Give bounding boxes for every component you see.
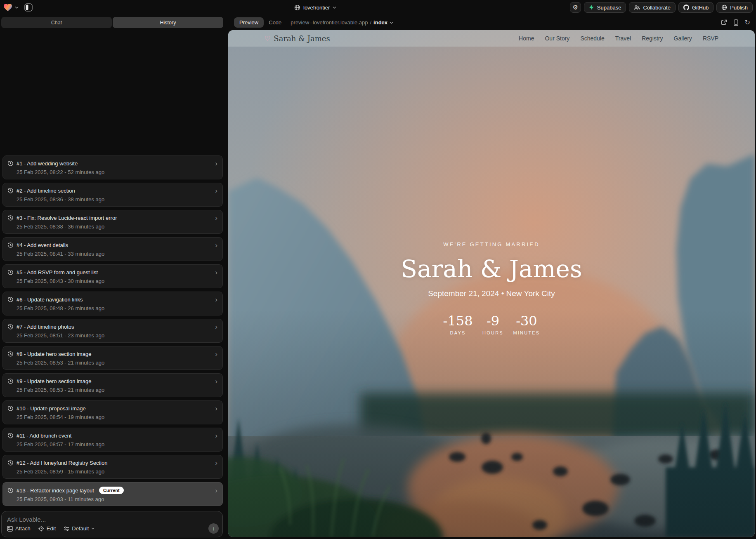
app-topbar: lovefrontier ⚙ Supabase Collaborate xyxy=(0,0,756,15)
project-switcher[interactable]: lovefrontier xyxy=(294,0,336,15)
tab-preview[interactable]: Preview xyxy=(234,17,264,28)
edit-select-button[interactable]: Edit xyxy=(38,525,56,532)
site-nav-link[interactable]: RSVP xyxy=(703,35,718,42)
history-item-timestamp: 25 Feb 2025, 08:51 - 23 minutes ago xyxy=(17,332,217,339)
site-preview-frame: ♡ Sarah & James Home Our Story Schedule … xyxy=(228,30,755,537)
chevron-right-icon: › xyxy=(215,378,217,385)
history-item[interactable]: #10 - Update proposal image › 25 Feb 202… xyxy=(2,400,223,424)
sidebar-toggle-button[interactable] xyxy=(24,3,33,12)
site-nav-link[interactable]: Schedule xyxy=(580,35,604,42)
history-item-title: #4 - Add event details xyxy=(17,242,68,248)
supabase-button[interactable]: Supabase xyxy=(584,2,626,13)
history-restore-icon xyxy=(8,379,13,384)
site-nav-link[interactable]: Registry xyxy=(642,35,663,42)
chevron-right-icon: › xyxy=(215,296,217,303)
current-badge: Current xyxy=(99,487,124,494)
hero-date-location: September 21, 2024 • New York City xyxy=(228,289,755,298)
history-item[interactable]: #8 - Update hero section image › 25 Feb … xyxy=(2,346,223,370)
send-button[interactable]: ↑ xyxy=(208,523,219,534)
chevron-right-icon: › xyxy=(215,405,217,412)
open-external-icon[interactable] xyxy=(721,19,727,26)
history-item-title: #10 - Update proposal image xyxy=(17,405,86,412)
project-name: lovefrontier xyxy=(303,5,330,11)
chevron-right-icon: › xyxy=(215,323,217,330)
history-restore-icon xyxy=(8,324,13,330)
chat-sidebar: Chat History #1 - Add wedding website › xyxy=(0,15,225,539)
history-item-timestamp: 25 Feb 2025, 08:38 - 36 minutes ago xyxy=(17,224,217,230)
countdown-label: DAYS xyxy=(443,330,473,335)
history-item[interactable]: #9 - Update hero section image › 25 Feb … xyxy=(2,373,223,397)
history-restore-icon xyxy=(8,433,13,438)
history-item[interactable]: #6 - Update navigation links › 25 Feb 20… xyxy=(2,292,223,315)
logo-chevron-down-icon[interactable] xyxy=(15,6,19,9)
history-restore-icon xyxy=(8,161,13,166)
site-nav-link[interactable]: Our Story xyxy=(545,35,569,42)
site-nav-link[interactable]: Home xyxy=(519,35,534,42)
supabase-icon xyxy=(589,5,594,10)
chevron-right-icon: › xyxy=(215,351,217,358)
attach-button[interactable]: Attach xyxy=(7,525,31,532)
history-restore-icon xyxy=(8,460,13,466)
preview-toolbar: Preview Code preview--lovefrontier.lovab… xyxy=(225,15,756,30)
preview-url-selector[interactable]: preview--lovefrontier.lovable.app / inde… xyxy=(291,19,393,26)
attach-image-icon xyxy=(7,526,13,532)
countdown-value: -158 xyxy=(443,313,473,329)
hero-title: Sarah & James xyxy=(228,255,755,283)
project-globe-icon xyxy=(294,5,300,11)
history-item[interactable]: #5 - Add RSVP form and guest list › 25 F… xyxy=(2,264,223,288)
github-button[interactable]: GitHub xyxy=(678,2,713,13)
chevron-right-icon: › xyxy=(215,160,217,167)
gear-icon: ⚙ xyxy=(573,4,578,11)
preview-url: preview--lovefrontier.lovable.app xyxy=(291,19,368,26)
tab-chat[interactable]: Chat xyxy=(1,17,112,28)
refresh-icon[interactable]: ↻ xyxy=(745,19,750,26)
site-nav-link[interactable]: Gallery xyxy=(674,35,692,42)
chevron-right-icon: › xyxy=(215,269,217,276)
site-header: ♡ Sarah & James Home Our Story Schedule … xyxy=(228,30,755,47)
chevron-right-icon: › xyxy=(215,187,217,194)
history-item[interactable]: #13 - Refactor index page layout Current… xyxy=(2,482,223,506)
history-item[interactable]: #3 - Fix: Resolve Lucide-react import er… xyxy=(2,210,223,234)
countdown-unit: -9 HOURS xyxy=(481,313,505,335)
tab-code[interactable]: Code xyxy=(269,19,281,26)
history-item[interactable]: #12 - Add Honeyfund Registry Section › 2… xyxy=(2,455,223,479)
countdown: -158 DAYS -9 HOURS -30 MINUTES xyxy=(228,313,755,335)
history-restore-icon xyxy=(8,488,13,493)
site-nav-link[interactable]: Travel xyxy=(615,35,631,42)
publish-button[interactable]: Publish xyxy=(716,2,753,13)
chevron-right-icon: › xyxy=(215,432,217,439)
history-item-title: #11 - Add brunch event xyxy=(17,433,71,439)
history-item[interactable]: #11 - Add brunch event › 25 Feb 2025, 08… xyxy=(2,428,223,452)
history-item[interactable]: #7 - Add timeline photos › 25 Feb 2025, … xyxy=(2,319,223,343)
history-list: #1 - Add wedding website › 25 Feb 2025, … xyxy=(2,155,223,506)
preview-pane: Preview Code preview--lovefrontier.lovab… xyxy=(225,15,756,539)
history-item-title: #6 - Update navigation links xyxy=(17,297,83,303)
prompt-input[interactable]: Ask Lovable... xyxy=(7,516,46,523)
history-item[interactable]: #2 - Add timeline section › 25 Feb 2025,… xyxy=(2,183,223,207)
history-item-title: #13 - Refactor index page layout xyxy=(17,487,94,494)
history-item-timestamp: 25 Feb 2025, 08:22 - 52 minutes ago xyxy=(17,169,217,175)
history-item-title: #12 - Add Honeyfund Registry Section xyxy=(17,460,107,466)
history-item-timestamp: 25 Feb 2025, 09:03 - 11 minutes ago xyxy=(17,496,217,502)
history-item-timestamp: 25 Feb 2025, 08:59 - 15 minutes ago xyxy=(17,468,217,475)
prompt-composer[interactable]: Ask Lovable... Attach xyxy=(1,511,223,537)
site-brand[interactable]: ♡ Sarah & James xyxy=(265,34,330,43)
history-restore-icon xyxy=(8,270,13,275)
history-item[interactable]: #1 - Add wedding website › 25 Feb 2025, … xyxy=(2,155,223,179)
lovable-logo-icon[interactable] xyxy=(3,3,12,12)
mode-selector[interactable]: Default xyxy=(64,525,94,532)
preview-route: index xyxy=(373,19,387,26)
mobile-view-icon[interactable] xyxy=(734,19,738,26)
history-item-timestamp: 25 Feb 2025, 08:43 - 30 minutes ago xyxy=(17,278,217,284)
settings-button[interactable]: ⚙ xyxy=(570,2,581,13)
arrow-up-icon: ↑ xyxy=(212,525,215,532)
history-item-title: #2 - Add timeline section xyxy=(17,188,75,194)
hero-eyebrow: WE'RE GETTING MARRIED xyxy=(228,241,755,247)
history-item[interactable]: #4 - Add event details › 25 Feb 2025, 08… xyxy=(2,237,223,261)
history-item-title: #5 - Add RSVP form and guest list xyxy=(17,269,98,275)
history-item-timestamp: 25 Feb 2025, 08:54 - 19 minutes ago xyxy=(17,414,217,420)
history-restore-icon xyxy=(8,351,13,357)
countdown-unit: -30 MINUTES xyxy=(513,313,540,335)
tab-history[interactable]: History xyxy=(113,17,223,28)
collaborate-button[interactable]: Collaborate xyxy=(629,2,676,13)
